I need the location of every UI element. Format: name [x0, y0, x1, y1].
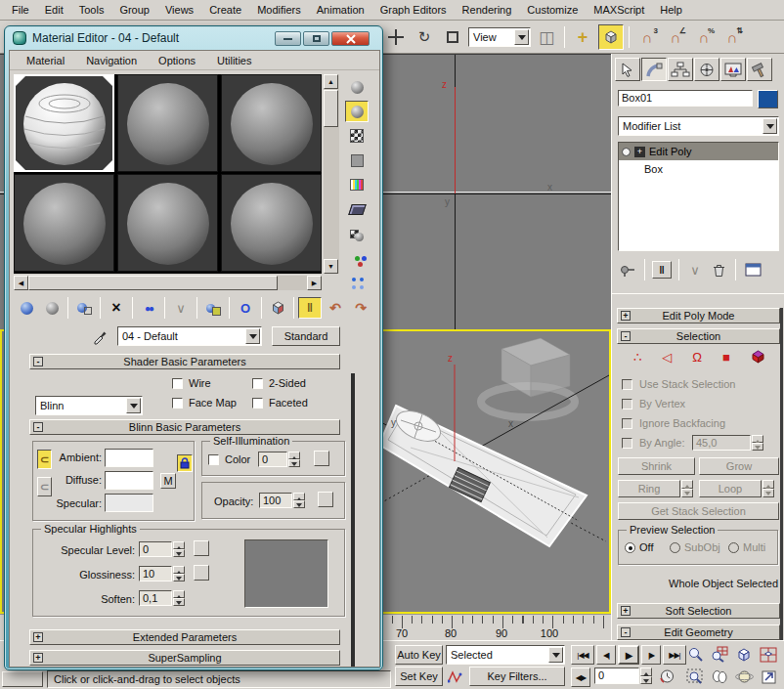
rollout-soft-selection[interactable]: +Soft Selection — [617, 603, 780, 619]
make-unique-icon[interactable]: ∨ — [169, 297, 193, 319]
arc-rotate-icon[interactable] — [733, 667, 755, 687]
stack-row-edit-poly[interactable]: + Edit Poly — [619, 143, 778, 160]
menu-create[interactable]: Create — [201, 4, 249, 16]
get-stack-selection-button[interactable]: Get Stack Selection — [618, 502, 779, 520]
ignore-backfacing-checkbox[interactable] — [622, 418, 632, 429]
by-angle-field[interactable]: 45,0 — [692, 435, 751, 451]
menu-animation[interactable]: Animation — [309, 4, 372, 16]
zoom-all-icon[interactable] — [709, 644, 730, 665]
material-editor-window[interactable]: Material Editor - 04 - Default Material … — [4, 25, 383, 670]
scrollbar-thumb[interactable] — [28, 276, 278, 290]
border-subobject-icon[interactable]: Ω — [692, 350, 702, 365]
background-icon[interactable] — [345, 125, 369, 147]
faceted-checkbox[interactable] — [252, 398, 263, 409]
tab-motion[interactable] — [694, 58, 719, 81]
remove-modifier-icon[interactable] — [709, 261, 728, 279]
spinner-snap-icon[interactable]: ∩⇅ — [719, 24, 745, 50]
configure-modifier-sets-icon[interactable] — [743, 261, 762, 279]
ring-button[interactable]: Ring — [618, 480, 680, 497]
tab-utilities[interactable] — [747, 58, 772, 81]
scroll-down-icon[interactable]: ▼ — [324, 259, 338, 274]
preview-subobj-radio[interactable] — [670, 542, 680, 553]
auto-key-button[interactable]: Auto Key — [395, 645, 443, 665]
current-frame-field[interactable]: 0 — [594, 667, 639, 684]
material-name-dropdown[interactable]: 04 - Default — [117, 326, 262, 346]
key-mode-toggle-button[interactable]: ◀▶ — [571, 667, 590, 687]
zoom-region-icon[interactable] — [684, 667, 706, 687]
slots-horizontal-scrollbar[interactable]: ◀ ▶ — [14, 276, 322, 290]
diffuse-map-button[interactable]: M — [160, 473, 176, 489]
time-configuration-icon[interactable] — [657, 667, 676, 685]
material-editor-titlebar[interactable]: Material Editor - 04 - Default — [5, 26, 382, 50]
rollout-edit-geometry[interactable]: -Edit Geometry — [617, 624, 780, 640]
diffuse-color-swatch[interactable] — [105, 471, 153, 490]
select-and-rotate-icon[interactable]: ↻ — [412, 24, 437, 50]
frame-spinner[interactable] — [640, 667, 652, 684]
tab-display[interactable] — [720, 58, 746, 81]
menu-help[interactable]: Help — [652, 4, 690, 16]
grow-button[interactable]: Grow — [699, 457, 779, 475]
previous-frame-button[interactable]: ◀| — [596, 645, 616, 665]
specular-level-map-button[interactable] — [194, 540, 209, 556]
maximize-button[interactable] — [303, 31, 329, 46]
menu-edit[interactable]: Edit — [37, 4, 71, 16]
make-material-copy-icon[interactable]: ●● — [137, 297, 160, 319]
element-subobject-icon[interactable] — [751, 349, 765, 366]
wire-checkbox[interactable] — [172, 378, 183, 389]
menu-options[interactable]: Options — [148, 55, 206, 66]
zoom-extents-icon[interactable] — [733, 644, 755, 665]
self-illumination-field[interactable]: 0 — [258, 452, 287, 467]
select-and-move-icon[interactable] — [383, 24, 409, 50]
loop-spinner[interactable] — [762, 480, 774, 497]
edge-subobject-icon[interactable]: ◁ — [662, 350, 672, 365]
plane-object[interactable] — [379, 405, 587, 546]
opacity-map-button[interactable] — [318, 492, 333, 507]
specular-level-field[interactable]: 0 — [139, 541, 172, 557]
rollout-extended-parameters[interactable]: +Extended Parameters — [29, 629, 340, 645]
menu-group[interactable]: Group — [111, 4, 157, 16]
tab-modify[interactable] — [641, 58, 667, 81]
video-color-check-icon[interactable] — [345, 174, 369, 195]
scroll-up-icon[interactable]: ▲ — [324, 74, 338, 89]
by-angle-checkbox[interactable] — [622, 438, 632, 449]
show-end-result-icon[interactable]: ‖ — [298, 297, 322, 319]
self-illumination-color-checkbox[interactable] — [208, 454, 219, 465]
put-material-to-scene-icon[interactable] — [40, 297, 64, 319]
self-illumination-map-button[interactable] — [314, 451, 329, 466]
rollout-supersampling[interactable]: +SuperSampling — [29, 650, 340, 666]
show-map-in-viewport-icon[interactable] — [266, 297, 289, 319]
panel-scrollbar[interactable] — [780, 308, 783, 640]
reference-coordinate-system-dropdown[interactable]: View — [468, 27, 531, 47]
soften-spinner[interactable] — [173, 590, 185, 606]
menu-navigation[interactable]: Navigation — [75, 55, 148, 66]
backlight-icon[interactable] — [345, 101, 369, 122]
minimize-button[interactable] — [275, 31, 301, 46]
opacity-spinner[interactable] — [293, 493, 305, 508]
show-end-result-stack-icon[interactable]: ‖ — [652, 261, 672, 279]
stack-row-box[interactable]: Box — [619, 160, 778, 178]
scroll-right-icon[interactable]: ▶ — [307, 276, 322, 290]
ring-spinner[interactable] — [681, 480, 693, 497]
make-unique-icon[interactable]: ∨ — [686, 261, 704, 279]
menu-customize[interactable]: Customize — [519, 4, 586, 16]
sample-type-icon[interactable] — [345, 76, 369, 98]
shrink-button[interactable]: Shrink — [618, 457, 695, 475]
preview-off-radio[interactable] — [625, 542, 635, 553]
sample-slot-3[interactable] — [221, 74, 322, 172]
object-name-field[interactable]: Box01 — [618, 90, 753, 107]
assign-material-to-selection-icon[interactable] — [72, 297, 96, 319]
next-frame-button[interactable]: |▶ — [641, 645, 661, 665]
menu-maxscript[interactable]: MAXScript — [586, 4, 652, 16]
snaps-toggle-button[interactable] — [598, 24, 624, 50]
sample-slot-6[interactable] — [221, 174, 322, 272]
two-sided-checkbox[interactable] — [252, 378, 263, 389]
visibility-bulb-icon[interactable] — [622, 148, 631, 156]
specular-color-swatch[interactable] — [105, 494, 153, 512]
vertex-subobject-icon[interactable]: ∴ — [633, 350, 641, 365]
go-to-end-button[interactable]: ▶▶| — [663, 645, 686, 665]
menu-graph-editors[interactable]: Graph Editors — [372, 4, 455, 16]
use-pivot-point-center-icon[interactable]: ◫ — [534, 24, 559, 50]
select-and-scale-icon[interactable] — [440, 24, 465, 50]
menu-utilities[interactable]: Utilities — [206, 55, 262, 66]
dropdown-arrow-icon[interactable] — [245, 328, 260, 344]
